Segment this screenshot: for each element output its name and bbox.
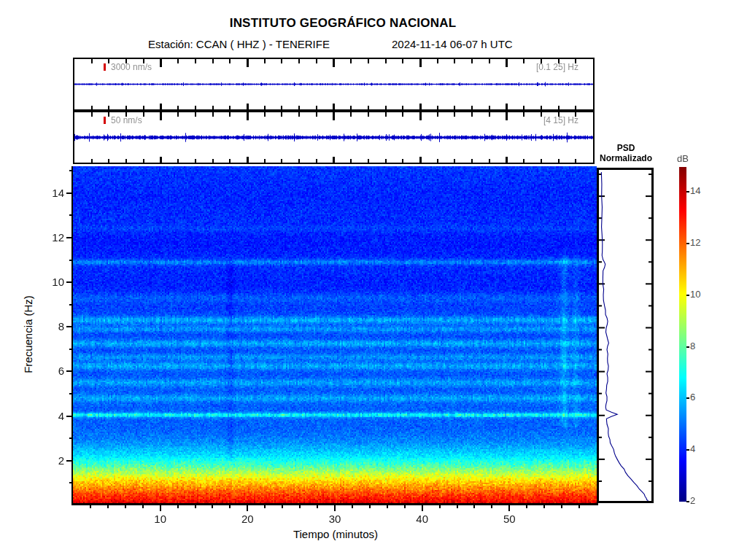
strip-x-tick [333,104,335,109]
strip-x-tick [489,112,490,117]
strip-x-tick [350,159,352,163]
strip-x-tick [316,59,317,63]
strip-x-tick [125,106,127,109]
y-axis-tick-label: 2 [41,454,64,467]
x-axis-tick [387,505,388,508]
colorbar-unit-label: dB [674,153,692,164]
x-axis-tick [177,505,179,508]
strip-x-tick [143,59,144,63]
strip-x-tick [125,59,127,63]
seismogram-strip-broadband: 3000 nm/s [0.1 25] Hz [73,58,595,111]
strip-x-tick [281,159,282,163]
strip-x-tick [264,159,266,163]
strip-x-tick [437,112,438,117]
strip-x-tick [385,112,387,117]
strip-x-tick [558,59,560,63]
strip-x-tick [489,106,490,109]
strip-x-tick [368,59,369,63]
scale-bar-marker [104,117,106,124]
psd-title-line1: PSD [588,143,664,153]
strip-x-tick [506,157,508,163]
x-axis-tick [247,505,248,511]
x-axis-tick [142,505,144,508]
strip-x-tick [212,59,214,63]
colorbar-tick [686,449,689,451]
strip-x-tick [212,112,214,117]
y-axis-tick-label: 6 [41,365,64,377]
strip-x-tick [125,159,127,163]
y-axis-tick [66,326,71,327]
strip-x-tick [454,112,455,117]
strip-x-tick [247,112,249,120]
strip-x-tick [419,112,422,120]
strip-x-tick [281,59,282,63]
station-label: Estación: CCAN ( HHZ ) - TENERIFE [148,38,330,50]
strip-x-tick [368,159,369,163]
y-axis-tick-label: 10 [41,276,64,288]
y-axis-title: Frecuencia (Hz) [22,287,34,382]
x-axis-tick [264,505,266,508]
strip-x-tick [558,112,560,117]
strip-x-tick [368,112,369,117]
strip-x-tick [229,112,231,117]
y-axis-tick [69,482,72,483]
x-axis-tick [282,505,283,508]
strip-x-tick [108,59,109,63]
strip-x-tick [264,112,266,117]
strip-x-tick [471,106,473,109]
y-axis-tick [66,370,71,372]
colorbar-tick-label: 6 [690,392,712,402]
x-axis-tick [526,505,527,508]
strip-x-tick [281,106,282,109]
x-axis-tick [90,505,91,508]
strip-x-tick [385,59,387,63]
scale-bar-marker [104,63,106,71]
filter-band-label-filtered: [4 15] Hz [543,115,578,125]
figure-root: INSTITUTO GEOGRÁFICO NACIONAL Estación: … [0,0,747,560]
colorbar-tick-label: 12 [690,237,712,248]
strip-x-tick [541,159,542,163]
x-axis-tick-label: 50 [493,513,525,525]
strip-x-tick [333,157,335,163]
strip-x-tick [160,59,162,67]
colorbar-tick [686,346,689,348]
x-axis-tick [473,505,475,508]
x-axis-tick [369,505,371,508]
strip-x-tick [558,106,560,109]
scale-label-broadband: 3000 nm/s [111,62,152,72]
x-axis-tick-label: 10 [144,513,177,525]
strip-x-tick [298,112,300,117]
strip-x-tick [229,159,231,163]
strip-x-tick [143,159,144,163]
y-axis-tick [66,281,71,283]
strip-x-tick [506,112,508,120]
colorbar-tick-label: 2 [690,495,712,506]
strip-x-tick [489,159,490,163]
x-axis-tick [107,505,109,508]
y-axis-tick [66,416,71,417]
strip-x-tick [247,104,249,109]
strip-x-tick [541,59,542,63]
strip-x-tick [575,59,576,63]
strip-x-tick [350,106,352,109]
x-axis-tick-label: 20 [231,513,263,525]
strip-x-tick [91,159,93,163]
strip-x-tick [333,112,335,120]
strip-x-tick [419,104,422,109]
strip-x-tick [247,157,249,163]
colorbar-tick [686,397,689,399]
strip-x-tick [160,112,162,120]
x-axis-tick [422,505,423,511]
strip-x-tick [437,159,438,163]
strip-x-tick [419,59,422,67]
x-axis-tick-label: 40 [406,513,438,525]
strip-x-tick [177,59,179,63]
strip-x-tick [316,106,317,109]
y-axis-line [71,166,73,503]
colorbar-tick [686,295,689,296]
strip-x-tick [368,106,369,109]
y-axis-tick [69,393,72,394]
strip-x-tick [91,106,93,109]
colorbar [679,167,686,502]
strip-x-tick [91,112,93,117]
